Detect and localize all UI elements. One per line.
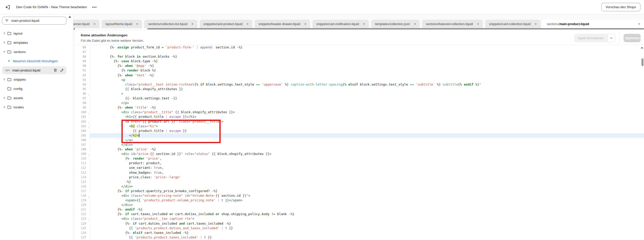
tab-snippets/header-drawer.liquid[interactable]: snippets/header-drawer.liquid× — [255, 20, 310, 28]
code-line-127[interactable]: 127 {{ 'products.product.taxes_included'… — [75, 235, 644, 240]
close-tab-icon[interactable]: × — [94, 22, 96, 26]
line-number: 120 — [75, 203, 90, 207]
code-line-111[interactable]: 111 product: product, — [75, 161, 644, 165]
code-line-97[interactable]: 97 {{- block.settings.text -}} — [75, 96, 644, 101]
close-tab-icon[interactable]: × — [414, 22, 416, 26]
tabs-scrollbar-thumb[interactable] — [147, 28, 644, 29]
code-line-91[interactable]: 91 {% render block %} — [75, 68, 644, 73]
rename-file-icon[interactable] — [60, 68, 64, 72]
code-text: <div class="product__title" {{ block.sho… — [90, 110, 644, 114]
code-line-101[interactable]: 101 <h1>{{ product.title | escape }}</h1… — [75, 114, 644, 119]
exit-editor-icon[interactable] — [5, 4, 10, 10]
code-line-102[interactable]: 102⌄ <a href="{{ product.url }}" class="… — [75, 119, 644, 124]
code-line-95[interactable]: 95 {{ block.shopify_attributes }} — [75, 87, 644, 91]
code-line-117[interactable]: 117 {%- if product.quantity_price_breaks… — [75, 189, 644, 193]
code-line-96[interactable]: 96⌄ > — [75, 91, 644, 96]
code-line-93[interactable]: 93 <p — [75, 78, 644, 82]
code-line-110[interactable]: 110 {%- render 'price', — [75, 156, 644, 161]
sidebar-scroll-up-arrow[interactable] — [69, 16, 71, 18]
close-tab-icon[interactable]: × — [136, 22, 138, 26]
code-line-98[interactable]: 98 </p> — [75, 101, 644, 105]
code-line-118[interactable]: 118⌄ <div class="volume-pricing-note" id… — [75, 193, 644, 198]
code-line-86[interactable]: 86 {%- assign product_form_id = 'product… — [75, 45, 644, 50]
code-line-119[interactable]: 119 <span>{{ 'products.product.volume_pr… — [75, 198, 644, 203]
code-line-87[interactable]: 87 — [75, 50, 644, 54]
line-number: 116 — [75, 184, 90, 189]
format-liquid-button[interactable]: liquid formatieren — [574, 34, 607, 42]
code-line-89[interactable]: 89 {%- case block.type -%} — [75, 59, 644, 64]
tab-snippets/card-collection.liquid[interactable]: snippets/card-collection.liquid× — [485, 20, 541, 28]
code-line-115[interactable]: 115 -%} — [75, 180, 644, 184]
code-line-108[interactable]: 108 {%- when 'price' -%} — [75, 147, 644, 152]
close-tab-icon[interactable]: × — [535, 22, 537, 26]
code-text: {%- case block.type -%} — [90, 59, 644, 64]
tabs-horizontal-scrollbar[interactable] — [74, 28, 644, 30]
editor-scroll-up-arrow[interactable] — [641, 47, 643, 48]
sidebar-folder-layout[interactable]: layout — [0, 29, 73, 38]
tab-templates/collection.json[interactable]: templates/collection.json× — [371, 20, 420, 28]
close-tab-icon[interactable]: × — [363, 22, 365, 26]
sidebar-folder-sections[interactable]: sections — [0, 47, 73, 56]
code-line-125[interactable]: 125 {{ 'products.product.duties_and_taxe… — [75, 226, 644, 231]
code-line-100[interactable]: 100⌄ <div class="product__title" {{ bloc… — [75, 110, 644, 114]
code-line-105[interactable]: 105 </h2> — [75, 133, 644, 138]
line-number: 114 — [75, 175, 90, 180]
tab-layout/theme.liquid[interactable]: layout/theme.liquid× — [102, 20, 142, 28]
tab-sections/main-product.liquid[interactable]: sections/main-product.liquid× — [543, 20, 644, 28]
code-line-120[interactable]: 120 </div> — [75, 203, 644, 207]
code-line-99[interactable]: 99 {%- when 'title' -%} — [75, 105, 644, 110]
code-text: {%- when '@app' -%} — [90, 64, 644, 68]
line-number: 125 — [75, 226, 90, 231]
add-section-button[interactable]: +Neue/n/s Abschnitt hinzufügen — [0, 56, 73, 66]
close-tab-icon[interactable]: × — [191, 22, 194, 26]
tab-sections/collection-list.liquid[interactable]: sections/collection-list.liquid× — [144, 20, 197, 28]
save-button[interactable]: Speichern — [624, 34, 641, 42]
line-number: 92 — [75, 73, 90, 78]
editor-vertical-scrollbar-thumb[interactable] — [641, 58, 643, 66]
code-line-121[interactable]: 121 {%- endif -%} — [75, 207, 644, 212]
code-line-92[interactable]: 92 {%- when 'text' -%} — [75, 73, 644, 78]
code-line-122[interactable]: 122 {%- if cart.taxes_included or cart.d… — [75, 212, 644, 216]
tab-snippets/card-product.liquid[interactable]: snippets/card-product.liquid× — [200, 20, 252, 28]
code-line-106[interactable]: 106 </a> — [75, 138, 644, 142]
code-line-126[interactable]: 126 {%- elsif cart.taxes_included -%} — [75, 231, 644, 235]
line-number: 106 — [75, 138, 90, 142]
code-line-103[interactable]: 103⌄ <h2 class="h1"> — [75, 124, 644, 129]
code-line-90[interactable]: 90 {%- when '@app' -%} — [75, 64, 644, 68]
code-line-104[interactable]: 104 {{ product.title | escape }} — [75, 129, 644, 133]
sidebar-folder-templates[interactable]: templates — [0, 38, 73, 47]
tabs-scroll-left-arrow[interactable] — [73, 28, 75, 30]
code-line-124[interactable]: 124 {%- if cart.duties_included and cart… — [75, 221, 644, 226]
tab-e-banner.liquid[interactable]: e-banner.liquid× — [73, 20, 99, 28]
sidebar-folder-assets[interactable]: assets — [0, 93, 73, 102]
code-line-109[interactable]: 109⌄ <div id="price-{{ section.id }}" ro… — [75, 152, 644, 156]
close-tab-icon[interactable]: × — [638, 22, 640, 26]
code-line-114[interactable]: 114 price_class: 'price--large' — [75, 175, 644, 180]
code-text: price_class: 'price--large' — [90, 175, 644, 180]
code-line-107[interactable]: 107 </div> — [75, 142, 644, 147]
tab-snippets/cart-notification.liquid[interactable]: snippets/cart-notification.liquid× — [312, 20, 369, 28]
code-line-116[interactable]: 116 </div> — [75, 184, 644, 189]
format-dropdown-button[interactable] — [607, 34, 615, 42]
preview-shop-button[interactable]: Vorschau des Shops — [601, 3, 640, 11]
code-text: </h2> — [90, 133, 644, 138]
sidebar-folder-config[interactable]: config — [0, 84, 73, 93]
close-tab-icon[interactable]: × — [246, 22, 248, 26]
close-tab-icon[interactable]: × — [304, 22, 306, 26]
sidebar-folder-locales[interactable]: locales — [0, 102, 73, 112]
code-line-94[interactable]: 94 class="product__text inline-richtext{… — [75, 82, 644, 87]
code-line-123[interactable]: 123⌄ <div class="product__tax caption rt… — [75, 216, 644, 221]
code-editor[interactable]: 86 {%- assign product_form_id = 'product… — [75, 45, 644, 240]
more-actions-button[interactable]: ••• — [91, 4, 98, 10]
close-tab-icon[interactable]: × — [477, 22, 479, 26]
sidebar-folder-snippets[interactable]: snippets — [0, 75, 73, 84]
chevron-down-icon — [3, 50, 6, 53]
file-search[interactable] — [2, 17, 66, 25]
delete-file-icon[interactable] — [53, 68, 57, 72]
code-line-113[interactable]: 113 show_badges: true, — [75, 170, 644, 175]
code-line-112[interactable]: 112 use_variant: true, — [75, 165, 644, 170]
code-line-88[interactable]: 88 {%- for block in section.blocks -%} — [75, 54, 644, 59]
tab-sections/featured-collection.liquid[interactable]: sections/featured-collection.liquid× — [422, 20, 483, 28]
search-input[interactable] — [11, 18, 59, 23]
sidebar-item-main-product.liquid[interactable]: </> main-product.liquid — [2, 66, 66, 74]
